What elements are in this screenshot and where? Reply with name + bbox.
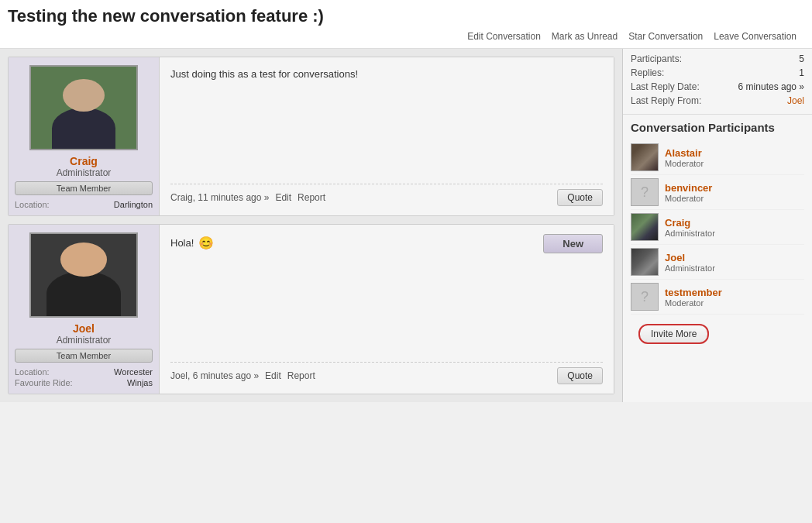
participant-item: ? testmember Moderator — [631, 280, 804, 315]
new-button[interactable]: New — [543, 234, 603, 253]
post-timestamp: Craig, 11 minutes ago » — [170, 192, 269, 203]
leave-conversation-link[interactable]: Leave Conversation — [714, 31, 797, 42]
participant-item: Joel Administrator — [631, 245, 804, 280]
participant-role: Administrator — [665, 229, 715, 238]
participant-info: Alastair Moderator — [665, 147, 704, 168]
post-footer-right: Quote — [557, 367, 603, 384]
user-meta: Location: Darlington — [15, 200, 153, 209]
invite-more-button[interactable]: Invite More — [638, 324, 709, 344]
avatar-image: ? — [631, 284, 658, 310]
main-layout: Craig Administrator Team Member Location… — [0, 49, 812, 402]
mark-unread-link[interactable]: Mark as Unread — [552, 31, 618, 42]
post-body-top: Hola! 😊 New — [170, 234, 603, 354]
user-role: Administrator — [57, 335, 112, 346]
avatar-image: ? — [631, 179, 658, 205]
meta-row-ride: Favourite Ride: Winjas — [15, 378, 153, 387]
stat-value: 6 minutes ago » — [738, 81, 804, 92]
stat-label: Last Reply From: — [631, 95, 701, 106]
participant-info: Joel Administrator — [665, 252, 715, 273]
user-role: Administrator — [57, 167, 112, 178]
participant-role: Moderator — [665, 298, 722, 308]
participant-name[interactable]: testmember — [665, 287, 722, 298]
sidebar-stats: Participants: 5 Replies: 1 Last Reply Da… — [623, 49, 812, 115]
avatar-image — [631, 249, 658, 275]
stat-label: Last Reply Date: — [631, 81, 700, 92]
participant-avatar — [631, 213, 659, 241]
post-body: Hola! 😊 — [170, 234, 214, 253]
post-timestamp: Joel, 6 minutes ago » — [170, 370, 259, 381]
post-footer: Joel, 6 minutes ago » Edit Report Quote — [170, 362, 603, 384]
action-links: Edit Conversation Mark as Unread Star Co… — [8, 31, 804, 45]
stat-label: Participants: — [631, 53, 682, 64]
edit-conversation-link[interactable]: Edit Conversation — [467, 31, 541, 42]
username-link[interactable]: Craig — [70, 155, 98, 167]
quote-button[interactable]: Quote — [557, 367, 603, 384]
participant-role: Moderator — [665, 159, 704, 168]
avatar-image — [31, 67, 136, 149]
post-content-area: Hola! 😊 New Joel, 6 minutes ago » Edit R… — [160, 225, 614, 394]
stat-row-last-reply-date: Last Reply Date: 6 minutes ago » — [631, 80, 804, 94]
invite-more-wrapper: Invite More — [631, 315, 804, 353]
post-report-link[interactable]: Report — [298, 192, 325, 203]
participants-title: Conversation Participants — [631, 121, 804, 134]
participant-avatar — [631, 248, 659, 276]
stat-row-last-reply-from: Last Reply From: Joel — [631, 94, 804, 108]
participant-item: Craig Administrator — [631, 210, 804, 245]
post-footer-left: Joel, 6 minutes ago » Edit Report — [170, 370, 315, 381]
participant-role: Administrator — [665, 263, 715, 273]
avatar-image — [631, 214, 658, 240]
page-header: Testing the new conversation feature :) … — [0, 0, 812, 49]
meta-label: Favourite Ride: — [15, 378, 73, 387]
star-conversation-link[interactable]: Star Conversation — [628, 31, 703, 42]
last-reply-from-link[interactable]: Joel — [787, 95, 804, 106]
participant-avatar: ? — [631, 283, 659, 311]
participant-item: ? benvincer Moderator — [631, 175, 804, 210]
user-panel: Craig Administrator Team Member Location… — [9, 57, 160, 215]
post-body: Just doing this as a test for conversati… — [170, 67, 603, 82]
posts-area: Craig Administrator Team Member Location… — [0, 49, 622, 402]
participant-name[interactable]: Craig — [665, 217, 715, 229]
quote-button[interactable]: Quote — [557, 189, 603, 206]
meta-row-location: Location: Darlington — [15, 200, 153, 209]
avatar-image — [31, 234, 136, 316]
post-content-area: Just doing this as a test for conversati… — [160, 57, 614, 215]
sidebar: Participants: 5 Replies: 1 Last Reply Da… — [622, 49, 812, 402]
meta-label: Location: — [15, 367, 50, 377]
participant-avatar: ? — [631, 178, 659, 206]
participant-name[interactable]: Alastair — [665, 147, 704, 159]
avatar-image — [631, 144, 658, 170]
username-link[interactable]: Joel — [73, 322, 95, 335]
user-meta: Location: Worcester Favourite Ride: Winj… — [15, 367, 153, 387]
post-block: Joel Administrator Team Member Location:… — [8, 224, 614, 394]
post-emoji: 😊 — [198, 234, 214, 253]
participant-item: Alastair Moderator — [631, 140, 804, 175]
avatar — [29, 65, 138, 150]
user-badge: Team Member — [15, 349, 153, 363]
stat-row-participants: Participants: 5 — [631, 52, 804, 66]
participant-info: benvincer Moderator — [665, 182, 712, 203]
post-report-link[interactable]: Report — [287, 370, 315, 381]
participant-name[interactable]: benvincer — [665, 182, 712, 194]
post-edit-link[interactable]: Edit — [275, 192, 291, 203]
post-body-text: Hola! — [170, 236, 194, 251]
post-edit-link[interactable]: Edit — [265, 370, 281, 381]
stat-value: 5 — [799, 53, 804, 64]
avatar — [29, 232, 138, 318]
meta-value: Winjas — [127, 378, 153, 387]
stat-label: Replies: — [631, 67, 664, 78]
post-footer-left: Craig, 11 minutes ago » Edit Report — [170, 192, 325, 203]
participant-info: Craig Administrator — [665, 217, 715, 238]
meta-value: Darlington — [114, 200, 153, 209]
stat-row-replies: Replies: 1 — [631, 66, 804, 80]
page-container: Testing the new conversation feature :) … — [0, 0, 812, 402]
post-block: Craig Administrator Team Member Location… — [8, 57, 614, 216]
participant-name[interactable]: Joel — [665, 252, 715, 263]
participant-info: testmember Moderator — [665, 287, 722, 308]
meta-label: Location: — [15, 200, 50, 209]
post-footer: Craig, 11 minutes ago » Edit Report Quot… — [170, 184, 603, 206]
meta-row-location: Location: Worcester — [15, 367, 153, 377]
post-footer-right: Quote — [557, 189, 603, 206]
meta-value: Worcester — [114, 367, 153, 377]
participants-section: Conversation Participants Alastair Moder… — [623, 115, 812, 360]
stat-value: 1 — [799, 67, 804, 78]
